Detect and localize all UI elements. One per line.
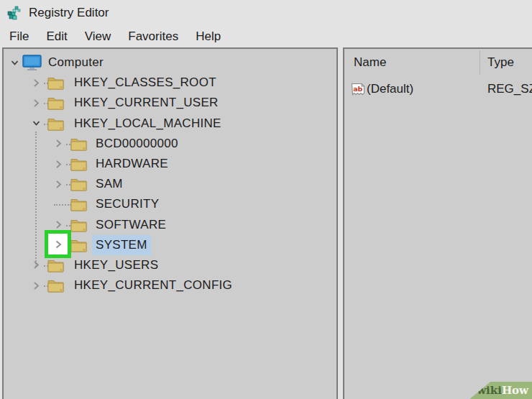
tree-item-hkey-users[interactable]: HKEY_USERS bbox=[4, 255, 336, 275]
collapse-chevron-icon[interactable] bbox=[30, 118, 42, 129]
expand-chevron-icon[interactable] bbox=[52, 178, 64, 190]
column-header-type[interactable]: Type bbox=[487, 49, 514, 75]
folder-icon bbox=[47, 278, 64, 293]
folder-icon bbox=[47, 96, 64, 110]
folder-icon bbox=[47, 116, 64, 131]
tree-item-label[interactable]: SECURITY bbox=[92, 194, 162, 214]
details-pane: Name Type ab (Default) REG_SZ bbox=[343, 47, 532, 399]
tree-item-label[interactable]: HKEY_CURRENT_USER bbox=[70, 93, 222, 113]
tree-item-label[interactable]: HKEY_CURRENT_CONFIG bbox=[70, 275, 236, 295]
tree-item-hkey-current-config[interactable]: HKEY_CURRENT_CONFIG bbox=[4, 275, 336, 295]
menu-item-help[interactable]: Help bbox=[196, 29, 221, 44]
watermark-how-text: How bbox=[502, 384, 528, 397]
tree-item-label[interactable]: SAM bbox=[92, 174, 127, 194]
column-header-name[interactable]: Name bbox=[354, 49, 386, 75]
column-headers: Name Type bbox=[344, 49, 532, 75]
folder-icon bbox=[70, 177, 87, 191]
expand-chevron-icon[interactable] bbox=[52, 138, 64, 150]
expand-chevron-icon[interactable] bbox=[30, 97, 42, 109]
tree-connector-dots bbox=[54, 204, 71, 206]
tree-item-label[interactable]: SOFTWARE bbox=[92, 215, 170, 235]
folder-icon bbox=[47, 258, 64, 272]
expand-chevron-icon[interactable] bbox=[52, 158, 64, 170]
tree-item-label[interactable]: HARDWARE bbox=[92, 154, 172, 174]
tree-item-label[interactable]: Computer bbox=[45, 52, 107, 73]
menu-item-view[interactable]: View bbox=[85, 29, 111, 44]
string-value-icon-glyph: ab bbox=[353, 84, 362, 92]
tree-item-computer[interactable]: Computer bbox=[4, 52, 336, 73]
folder-icon bbox=[70, 197, 87, 211]
registry-value-row[interactable]: ab (Default) REG_SZ bbox=[344, 79, 532, 98]
menu-item-file[interactable]: File bbox=[9, 29, 29, 44]
title-bar: Registry Editor bbox=[0, 0, 532, 26]
value-type: REG_SZ bbox=[487, 79, 532, 98]
menu-bar: FileEditViewFavoritesHelp bbox=[0, 26, 532, 47]
tree-item-label[interactable]: HKEY_LOCAL_MACHINE bbox=[70, 114, 225, 134]
folder-icon bbox=[70, 218, 87, 232]
tree-item-hkey-local-machine[interactable]: HKEY_LOCAL_MACHINE bbox=[4, 114, 336, 134]
computer-icon bbox=[22, 55, 42, 70]
value-name[interactable]: (Default) bbox=[367, 79, 413, 98]
tree-item-label[interactable]: SYSTEM bbox=[92, 235, 151, 255]
tree-item-label[interactable]: HKEY_USERS bbox=[70, 255, 162, 275]
tree-pane: ComputerHKEY_CLASSES_ROOTHKEY_CURRENT_US… bbox=[2, 47, 338, 399]
tree-item-hkey-classes-root[interactable]: HKEY_CLASSES_ROOT bbox=[4, 73, 336, 93]
expand-chevron-icon[interactable] bbox=[30, 260, 42, 271]
collapse-chevron-icon[interactable] bbox=[9, 57, 20, 68]
regedit-icon bbox=[6, 5, 22, 21]
folder-icon bbox=[70, 157, 87, 171]
expand-chevron-icon[interactable] bbox=[30, 280, 42, 291]
folder-icon bbox=[70, 238, 87, 252]
column-separator[interactable] bbox=[480, 50, 480, 75]
menu-item-edit[interactable]: Edit bbox=[46, 29, 67, 44]
menu-item-favorites[interactable]: Favorites bbox=[128, 29, 178, 44]
folder-icon bbox=[47, 75, 64, 90]
tree-item-label[interactable]: BCD00000000 bbox=[92, 134, 182, 154]
expand-chevron-icon[interactable] bbox=[30, 77, 42, 88]
string-value-icon: ab bbox=[351, 83, 366, 96]
tree-item-hardware[interactable]: HARDWARE bbox=[4, 154, 336, 174]
tree-item-sam[interactable]: SAM bbox=[4, 174, 336, 194]
tree-item-hkey-current-user[interactable]: HKEY_CURRENT_USER bbox=[4, 93, 336, 113]
system-expand-chevron-icon[interactable] bbox=[53, 239, 63, 249]
expand-chevron-icon[interactable] bbox=[52, 219, 64, 231]
window-title: Registry Editor bbox=[29, 6, 109, 20]
tree-item-bcd00000000[interactable]: BCD00000000 bbox=[4, 134, 336, 154]
tree-item-label[interactable]: HKEY_CLASSES_ROOT bbox=[70, 73, 220, 93]
folder-icon bbox=[70, 137, 87, 151]
tree-item-security[interactable]: SECURITY bbox=[4, 194, 336, 214]
annotation-highlight-box[interactable] bbox=[45, 230, 71, 258]
